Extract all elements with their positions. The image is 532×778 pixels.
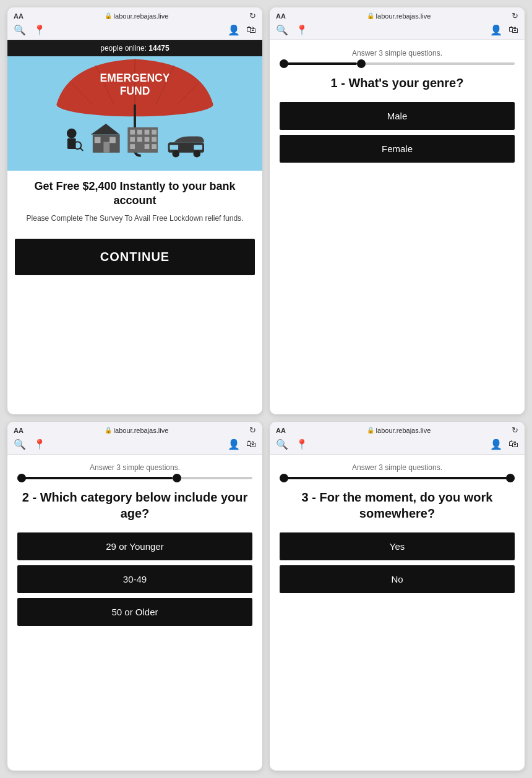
frame-1: AA 🔒 labour.rebajas.live ↻ 🔍 📍 👤 🛍 peopl… xyxy=(7,7,262,414)
svg-point-33 xyxy=(193,150,200,158)
browser-chrome-1: AA 🔒 labour.rebajas.live ↻ 🔍 📍 👤 🛍 xyxy=(7,7,262,40)
promo-text-area: Get Free $2,400 Instantly to your bank a… xyxy=(7,171,262,239)
survey-meta-3: Answer 3 simple questions. xyxy=(17,463,252,472)
svg-rect-22 xyxy=(145,130,150,135)
svg-rect-28 xyxy=(130,144,135,149)
answer-btn-50older[interactable]: 50 or Older xyxy=(17,598,252,626)
browser-aa: AA xyxy=(14,12,24,20)
account-icon-4[interactable]: 👤 xyxy=(490,438,502,450)
promo-subtext: Please Complete The Survey To Avail Free… xyxy=(17,213,252,224)
frame-2: AA 🔒 labour.rebajas.live ↻ 🔍 📍 👤 🛍 Answe… xyxy=(270,7,525,414)
search-icon-2[interactable]: 🔍 xyxy=(276,24,288,36)
lock-icon: 🔒 xyxy=(105,12,112,19)
account-icon-2[interactable]: 👤 xyxy=(490,24,502,36)
svg-rect-27 xyxy=(152,137,157,142)
answer-btn-29younger[interactable]: 29 or Younger xyxy=(17,532,252,560)
location-icon-3[interactable]: 📍 xyxy=(33,438,46,450)
svg-rect-20 xyxy=(130,130,135,135)
progress-dot-current-3 xyxy=(173,474,181,482)
search-icon-3[interactable]: 🔍 xyxy=(14,438,26,450)
frame-3: AA 🔒 labour.rebajas.live ↻ 🔍 📍 👤 🛍 Answe… xyxy=(7,422,262,771)
browser-chrome-3: AA 🔒 labour.rebajas.live ↻ 🔍 📍 👤 🛍 xyxy=(7,422,262,455)
progress-dot-current-4 xyxy=(506,474,515,482)
continue-button[interactable]: CONTINUE xyxy=(15,239,255,275)
svg-rect-26 xyxy=(145,137,150,142)
progress-dot-start-4 xyxy=(280,474,288,482)
progress-bar-2 xyxy=(280,62,515,65)
svg-rect-24 xyxy=(130,137,135,142)
browser-chrome-2: AA 🔒 labour.rebajas.live ↻ 🔍 📍 👤 🛍 xyxy=(270,7,525,40)
answer-btn-male[interactable]: Male xyxy=(280,102,515,130)
answer-btn-yes[interactable]: Yes xyxy=(280,532,515,560)
progress-dot-current-2 xyxy=(357,59,366,68)
svg-rect-16 xyxy=(103,142,109,153)
bag-icon-2[interactable]: 🛍 xyxy=(508,24,518,36)
account-icon[interactable]: 👤 xyxy=(228,24,240,36)
search-icon[interactable]: 🔍 xyxy=(14,24,26,36)
bag-icon-4[interactable]: 🛍 xyxy=(508,438,518,450)
lock-icon-2: 🔒 xyxy=(367,12,374,19)
browser-aa-3: AA xyxy=(14,427,24,434)
svg-rect-18 xyxy=(109,137,116,143)
svg-text:EMERGENCY: EMERGENCY xyxy=(100,72,170,84)
svg-rect-30 xyxy=(152,144,157,149)
search-icon-4[interactable]: 🔍 xyxy=(276,438,288,450)
browser-url-2: 🔒 labour.rebajas.live xyxy=(367,12,431,20)
survey-content-4: Answer 3 simple questions. 3 - For the m… xyxy=(270,455,525,607)
question-title-2: 1 - What's your genre? xyxy=(280,75,515,91)
progress-fill-4 xyxy=(280,477,515,479)
svg-point-32 xyxy=(172,150,179,158)
survey-content-3: Answer 3 simple questions. 2 - Which cat… xyxy=(7,455,262,639)
account-icon-3[interactable]: 👤 xyxy=(228,438,240,450)
page-content-1: people online: 14475 EMERGENCY FUND xyxy=(7,40,262,414)
reload-icon-4[interactable]: ↻ xyxy=(512,425,518,435)
frame-4: AA 🔒 labour.rebajas.live ↻ 🔍 📍 👤 🛍 Answe… xyxy=(270,422,525,771)
reload-icon-2[interactable]: ↻ xyxy=(512,11,518,20)
lock-icon-3: 🔒 xyxy=(105,427,112,434)
progress-dot-start-3 xyxy=(17,474,26,482)
progress-fill-2 xyxy=(280,62,357,65)
reload-icon-3[interactable]: ↻ xyxy=(249,425,256,435)
bag-icon[interactable]: 🛍 xyxy=(246,24,256,36)
svg-rect-21 xyxy=(137,130,142,135)
location-icon[interactable]: 📍 xyxy=(33,24,46,36)
browser-url-4: 🔒 labour.rebajas.live xyxy=(367,427,431,434)
answer-btn-female[interactable]: Female xyxy=(280,135,515,163)
browser-aa-2: AA xyxy=(276,12,286,20)
svg-point-10 xyxy=(67,129,77,139)
svg-rect-35 xyxy=(194,145,202,150)
svg-rect-29 xyxy=(145,144,150,149)
answer-btn-no[interactable]: No xyxy=(280,565,515,593)
browser-aa-4: AA xyxy=(276,427,286,434)
svg-text:FUND: FUND xyxy=(120,85,150,97)
browser-url-3: 🔒 labour.rebajas.live xyxy=(105,427,169,434)
bag-icon-3[interactable]: 🛍 xyxy=(246,438,256,450)
progress-bar-4 xyxy=(280,477,515,479)
progress-fill-3 xyxy=(17,477,173,479)
online-bar: people online: 14475 xyxy=(7,40,262,56)
survey-meta-4: Answer 3 simple questions. xyxy=(280,463,515,472)
progress-dot-start-2 xyxy=(280,59,288,68)
location-icon-4[interactable]: 📍 xyxy=(296,438,308,450)
survey-content-2: Answer 3 simple questions. 1 - What's yo… xyxy=(270,40,525,176)
lock-icon-4: 🔒 xyxy=(367,427,374,434)
svg-rect-34 xyxy=(169,145,178,150)
question-title-3: 2 - Which category below include your ag… xyxy=(17,489,252,521)
svg-rect-25 xyxy=(137,137,142,142)
svg-rect-17 xyxy=(95,137,101,143)
svg-rect-23 xyxy=(152,130,157,135)
hero-image: EMERGENCY FUND xyxy=(7,56,262,171)
answer-btn-3049[interactable]: 30-49 xyxy=(17,565,252,593)
progress-bar-3 xyxy=(17,477,252,479)
reload-icon[interactable]: ↻ xyxy=(249,11,256,20)
browser-url: 🔒 labour.rebajas.live xyxy=(105,12,169,20)
location-icon-2[interactable]: 📍 xyxy=(296,24,308,36)
survey-meta-2: Answer 3 simple questions. xyxy=(280,49,515,58)
question-title-4: 3 - For the moment, do you work somewher… xyxy=(280,489,515,521)
promo-headline: Get Free $2,400 Instantly to your bank a… xyxy=(17,179,252,208)
browser-chrome-4: AA 🔒 labour.rebajas.live ↻ 🔍 📍 👤 🛍 xyxy=(270,422,525,455)
